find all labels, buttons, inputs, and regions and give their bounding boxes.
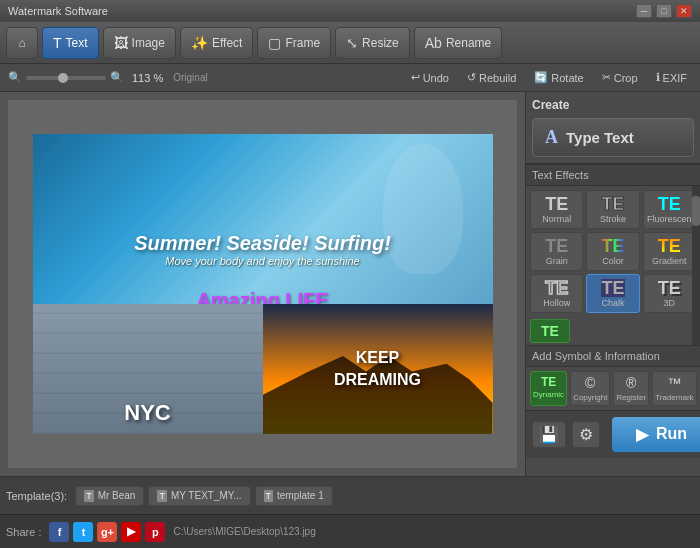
zoom-in-icon[interactable]: 🔍 bbox=[110, 71, 124, 84]
effect-icon: ✨ bbox=[191, 35, 208, 51]
template-template1[interactable]: T template 1 bbox=[255, 486, 333, 506]
trademark-icon: ™ bbox=[667, 375, 681, 392]
effect-hollow-label: Hollow bbox=[543, 298, 570, 308]
frame-icon: ▢ bbox=[268, 35, 281, 51]
effect-hollow-preview: TE bbox=[545, 279, 568, 297]
crop-button[interactable]: ✂ Crop bbox=[597, 69, 643, 86]
resize-button[interactable]: ⤡ Resize bbox=[335, 27, 410, 59]
effect-gradient-preview: TE bbox=[658, 237, 681, 255]
secondary-toolbar: 🔍 🔍 113 % Original ↩ Undo ↺ Rebuild 🔄 Ro… bbox=[0, 64, 700, 92]
summer-text1: Summer! Seaside! Surfing! bbox=[134, 232, 391, 255]
save-button[interactable]: 💾 bbox=[532, 421, 566, 448]
summer-overlay: Summer! Seaside! Surfing! Move your body… bbox=[33, 134, 493, 304]
zoom-out-icon[interactable]: 🔍 bbox=[8, 71, 22, 84]
effect-chalk-preview: TE bbox=[601, 279, 624, 297]
file-path: C:\Users\MIGE\Desktop\123.jpg bbox=[173, 526, 694, 537]
social-icons: f t g+ ▶ p bbox=[49, 522, 165, 542]
youtube-icon[interactable]: ▶ bbox=[121, 522, 141, 542]
template-label-1: Mr Bean bbox=[98, 490, 136, 501]
zoom-control: 🔍 🔍 bbox=[8, 71, 124, 84]
effect-dynamic-preview: TE bbox=[541, 324, 559, 338]
effect-chalk-label: Chalk bbox=[601, 298, 624, 308]
rebuild-label: Rebuild bbox=[479, 72, 516, 84]
template-label-2: MY TEXT_MY... bbox=[171, 490, 242, 501]
frame-button[interactable]: ▢ Frame bbox=[257, 27, 331, 59]
text-label: Text bbox=[66, 36, 88, 50]
copyright-icon: © bbox=[585, 375, 595, 392]
zoom-value: 113 % bbox=[132, 72, 163, 84]
text-effects-title: Text Effects bbox=[526, 164, 700, 186]
image-button[interactable]: 🖼 Image bbox=[103, 27, 176, 59]
effect-gradient-label: Gradient bbox=[652, 256, 687, 266]
effect-normal[interactable]: TE Normal bbox=[530, 190, 583, 229]
rebuild-button[interactable]: ↺ Rebuild bbox=[462, 69, 521, 86]
zoom-slider[interactable] bbox=[26, 76, 106, 80]
nyc-text: NYC bbox=[124, 400, 170, 426]
window-controls: ─ □ ✕ bbox=[636, 4, 692, 18]
surfer-shape bbox=[383, 144, 463, 274]
effect-fluor[interactable]: TE Fluorescen bbox=[643, 190, 696, 229]
pinterest-icon[interactable]: p bbox=[145, 522, 165, 542]
dream-image: KEEP DREAMING bbox=[263, 304, 493, 434]
symbol-grid: TE Dynamic © Copyright ® Register ™ Trad… bbox=[526, 367, 700, 410]
facebook-icon[interactable]: f bbox=[49, 522, 69, 542]
minimize-button[interactable]: ─ bbox=[636, 4, 652, 18]
effect-grain[interactable]: TE Grain bbox=[530, 232, 583, 271]
settings-button[interactable]: ⚙ bbox=[572, 421, 600, 448]
resize-label: Resize bbox=[362, 36, 399, 50]
effect-grain-preview: TE bbox=[545, 237, 568, 255]
scroll-thumb[interactable] bbox=[692, 196, 700, 226]
effect-button[interactable]: ✨ Effect bbox=[180, 27, 253, 59]
symbol-dynamic[interactable]: TE Dynamic bbox=[530, 371, 567, 406]
canvas-inner[interactable]: Summer! Seaside! Surfing! Move your body… bbox=[33, 134, 493, 434]
dynamic-icon: TE bbox=[541, 375, 556, 389]
effect-stroke[interactable]: TE Stroke bbox=[586, 190, 639, 229]
undo-icon: ↩ bbox=[411, 71, 420, 84]
undo-button[interactable]: ↩ Undo bbox=[406, 69, 454, 86]
symbol-register[interactable]: ® Register bbox=[613, 371, 649, 406]
effect-gradient[interactable]: TE Gradient bbox=[643, 232, 696, 271]
type-text-button[interactable]: A Type Text bbox=[532, 118, 694, 157]
effect-3d-label: 3D bbox=[664, 298, 676, 308]
title-bar: Watermark Software ─ □ ✕ bbox=[0, 0, 700, 22]
type-text-icon: A bbox=[545, 127, 558, 148]
effect-chalk[interactable]: TE Chalk bbox=[586, 274, 639, 313]
effect-3d-preview: TE bbox=[658, 279, 681, 297]
effect-hollow[interactable]: TE Hollow bbox=[530, 274, 583, 313]
symbol-trademark[interactable]: ™ Trademark bbox=[652, 371, 696, 406]
resize-icon: ⤡ bbox=[346, 35, 358, 51]
rotate-button[interactable]: 🔄 Rotate bbox=[529, 69, 588, 86]
crop-icon: ✂ bbox=[602, 71, 611, 84]
effect-stroke-preview: TE bbox=[601, 195, 624, 213]
effect-dynamic[interactable]: TE bbox=[530, 319, 570, 343]
effect-color[interactable]: TE Color bbox=[586, 232, 639, 271]
run-button[interactable]: ▶ Run bbox=[612, 417, 700, 452]
google-plus-icon[interactable]: g+ bbox=[97, 522, 117, 542]
maximize-button[interactable]: □ bbox=[656, 4, 672, 18]
effect-3d[interactable]: TE 3D bbox=[643, 274, 696, 313]
close-button[interactable]: ✕ bbox=[676, 4, 692, 18]
add-symbol-title: Add Symbol & Information bbox=[526, 345, 700, 367]
home-button[interactable]: ⌂ bbox=[6, 27, 38, 59]
create-section: Create A Type Text bbox=[526, 92, 700, 164]
template-my-text[interactable]: T MY TEXT_MY... bbox=[148, 486, 250, 506]
rename-button[interactable]: Ab Rename bbox=[414, 27, 502, 59]
scroll-indicator bbox=[692, 186, 700, 345]
window-title: Watermark Software bbox=[8, 5, 108, 17]
rotate-label: Rotate bbox=[551, 72, 583, 84]
text-icon: T bbox=[53, 35, 62, 51]
template-mr-bean[interactable]: T Mr Bean bbox=[75, 486, 144, 506]
rename-icon: Ab bbox=[425, 35, 442, 51]
zoom-slider-thumb[interactable] bbox=[58, 73, 68, 83]
share-label: Share : bbox=[6, 526, 41, 538]
frame-label: Frame bbox=[285, 36, 320, 50]
status-bar: Share : f t g+ ▶ p C:\Users\MIGE\Desktop… bbox=[0, 514, 700, 548]
twitter-icon[interactable]: t bbox=[73, 522, 93, 542]
exif-label: EXIF bbox=[663, 72, 687, 84]
exif-button[interactable]: ℹ EXIF bbox=[651, 69, 692, 86]
summer-image: Summer! Seaside! Surfing! Move your body… bbox=[33, 134, 493, 304]
text-button[interactable]: T Text bbox=[42, 27, 99, 59]
symbol-copyright[interactable]: © Copyright bbox=[570, 371, 610, 406]
copyright-label: Copyright bbox=[573, 393, 607, 402]
register-icon: ® bbox=[626, 375, 636, 392]
